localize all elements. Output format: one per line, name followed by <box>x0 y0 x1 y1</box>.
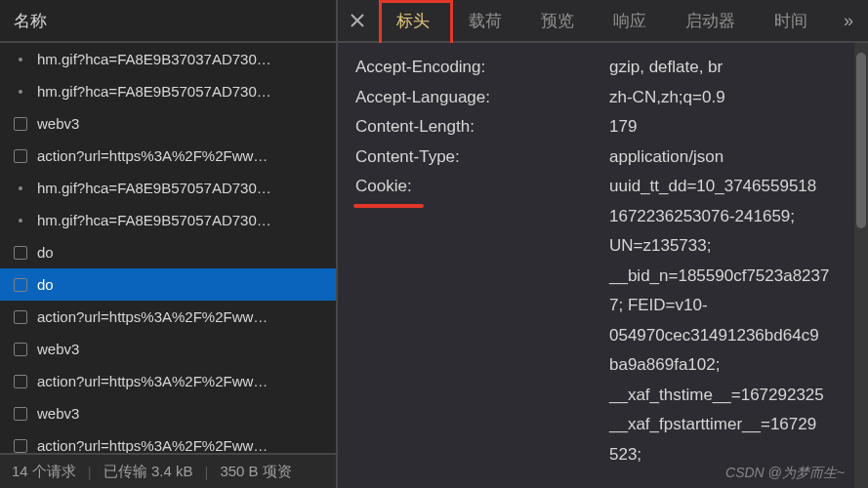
header-value: 7; FEID=v10- <box>609 291 829 321</box>
request-name: webv3 <box>37 115 79 132</box>
details-tabs: 标头 载荷 预览 响应 启动器 时间 » <box>338 0 868 43</box>
request-name: action?url=https%3A%2F%2Fww… <box>37 308 268 325</box>
tab-payload[interactable]: 载荷 <box>449 0 521 41</box>
header-value: uuid_tt_dd=10_3746559518 <box>609 172 829 202</box>
header-value: gzip, deflate, br <box>609 53 829 83</box>
header-value: __xaf_fpstarttimer__=16729 <box>609 410 829 440</box>
dot-icon <box>19 90 22 94</box>
request-name: do <box>37 244 54 261</box>
request-name: do <box>37 276 54 293</box>
header-value: 1672236253076-241659; <box>609 202 829 232</box>
request-item[interactable]: hm.gif?hca=FA8E9B57057AD730… <box>0 75 336 107</box>
request-item[interactable]: action?url=https%3A%2F%2Fww… <box>0 140 336 172</box>
status-request-count: 14 个请求 <box>12 463 76 481</box>
file-icon <box>14 439 27 453</box>
dot-icon <box>19 219 22 223</box>
highlight-underline <box>353 204 424 208</box>
header-name: Accept-Encoding: <box>355 53 609 83</box>
header-name: Cookie: <box>355 172 609 202</box>
header-value: ba9a869fa102; <box>609 350 829 381</box>
column-header-name[interactable]: 名称 <box>0 0 336 43</box>
file-icon <box>14 149 27 163</box>
request-item[interactable]: action?url=https%3A%2F%2Fww… <box>0 301 336 333</box>
headers-content: Accept-Encoding:Accept-Language:Content-… <box>338 43 868 488</box>
details-panel: 标头 载荷 预览 响应 启动器 时间 » Accept-Encoding:Acc… <box>338 0 868 488</box>
tab-response[interactable]: 响应 <box>594 0 666 41</box>
request-item[interactable]: hm.gif?hca=FA8E9B57057AD730… <box>0 172 336 204</box>
file-icon <box>14 310 27 324</box>
separator-icon: | <box>204 464 208 480</box>
header-value: __xaf_thstime__=167292325 <box>609 381 829 411</box>
request-name: action?url=https%3A%2F%2Fww… <box>37 147 268 164</box>
header-value: application/json <box>609 142 829 173</box>
header-names-column: Accept-Encoding:Accept-Language:Content-… <box>355 53 609 488</box>
request-item[interactable]: do <box>0 236 336 268</box>
header-value: __bid_n=185590cf7523a8237 <box>609 262 829 292</box>
separator-icon: | <box>88 464 92 480</box>
scrollbar-thumb[interactable] <box>856 53 866 228</box>
request-item[interactable]: hm.gif?hca=FA8E9B37037AD730… <box>0 43 336 75</box>
network-request-panel: 名称 hm.gif?hca=FA8E9B37037AD730…hm.gif?hc… <box>0 0 338 488</box>
column-header-label: 名称 <box>14 10 47 32</box>
request-name: action?url=https%3A%2F%2Fww… <box>37 373 268 389</box>
request-name: hm.gif?hca=FA8E9B57057AD730… <box>37 180 271 196</box>
status-transferred: 已传输 3.4 kB <box>103 463 193 481</box>
header-name: Content-Length: <box>355 112 609 142</box>
header-values-column: gzip, deflate, brzh-CN,zh;q=0.9179applic… <box>609 53 829 488</box>
tab-preview[interactable]: 预览 <box>521 0 594 41</box>
request-name: hm.gif?hca=FA8E9B57057AD730… <box>37 212 271 228</box>
request-item[interactable]: do <box>0 268 336 301</box>
status-resources: 350 B 项资 <box>220 463 291 481</box>
header-value: 179 <box>609 112 829 142</box>
request-item[interactable]: webv3 <box>0 333 336 365</box>
request-name: hm.gif?hca=FA8E9B37037AD730… <box>37 51 271 67</box>
header-value: zh-CN,zh;q=0.9 <box>609 83 829 113</box>
tab-initiator[interactable]: 启动器 <box>666 0 755 41</box>
file-icon <box>14 343 27 356</box>
dot-icon <box>19 186 22 190</box>
header-value: UN=z135733; <box>609 231 829 262</box>
close-icon[interactable] <box>338 0 377 41</box>
request-item[interactable]: webv3 <box>0 107 336 140</box>
dot-icon <box>19 58 22 61</box>
scrollbar-vertical[interactable] <box>854 43 868 488</box>
file-icon <box>14 375 27 388</box>
request-item[interactable]: webv3 <box>0 397 336 429</box>
watermark: CSDN @为梦而生~ <box>725 465 845 482</box>
request-name: action?url=https%3A%2F%2Fww… <box>37 437 268 453</box>
request-name: hm.gif?hca=FA8E9B57057AD730… <box>37 83 271 100</box>
request-name: webv3 <box>37 341 79 357</box>
header-name: Accept-Language: <box>355 83 609 113</box>
request-item[interactable]: hm.gif?hca=FA8E9B57057AD730… <box>0 204 336 236</box>
tab-headers[interactable]: 标头 <box>377 0 449 41</box>
overflow-icon[interactable]: » <box>829 0 868 41</box>
request-item[interactable]: action?url=https%3A%2F%2Fww… <box>0 365 336 397</box>
tab-timing[interactable]: 时间 <box>755 0 827 41</box>
file-icon <box>14 246 27 260</box>
status-bar: 14 个请求 | 已传输 3.4 kB | 350 B 项资 <box>0 453 336 488</box>
file-icon <box>14 407 27 421</box>
header-value: 054970cec31491236bd64c9 <box>609 321 829 351</box>
file-icon <box>14 278 27 292</box>
file-icon <box>14 117 27 131</box>
header-name: Content-Type: <box>355 142 609 173</box>
request-item[interactable]: action?url=https%3A%2F%2Fww… <box>0 429 336 453</box>
request-name: webv3 <box>37 405 79 422</box>
request-list: hm.gif?hca=FA8E9B37037AD730…hm.gif?hca=F… <box>0 43 336 453</box>
